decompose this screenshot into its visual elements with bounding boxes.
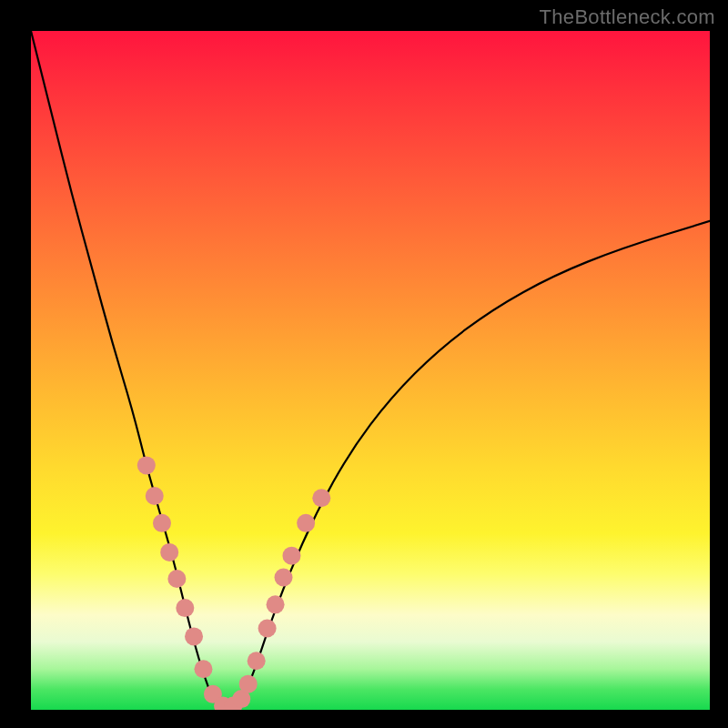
data-point [185, 627, 203, 645]
data-point [258, 619, 277, 637]
chart-frame: TheBottleneck.com [0, 0, 728, 728]
data-point [282, 547, 300, 565]
data-point [176, 599, 194, 617]
curve-layer [31, 31, 710, 706]
chart-svg [31, 31, 710, 710]
scatter-layer [137, 456, 330, 710]
data-point [297, 514, 315, 532]
data-point [167, 570, 186, 588]
data-point [194, 660, 212, 678]
data-point [239, 675, 258, 693]
data-point [137, 456, 156, 474]
data-point [160, 543, 178, 561]
data-point [312, 489, 330, 507]
data-point [267, 595, 285, 613]
data-point [248, 652, 266, 670]
bottleneck-curve [31, 31, 710, 706]
watermark-text: TheBottleneck.com [540, 5, 715, 29]
data-point [275, 569, 293, 587]
plot-area [31, 31, 710, 710]
data-point [146, 487, 164, 505]
data-point [153, 514, 171, 532]
